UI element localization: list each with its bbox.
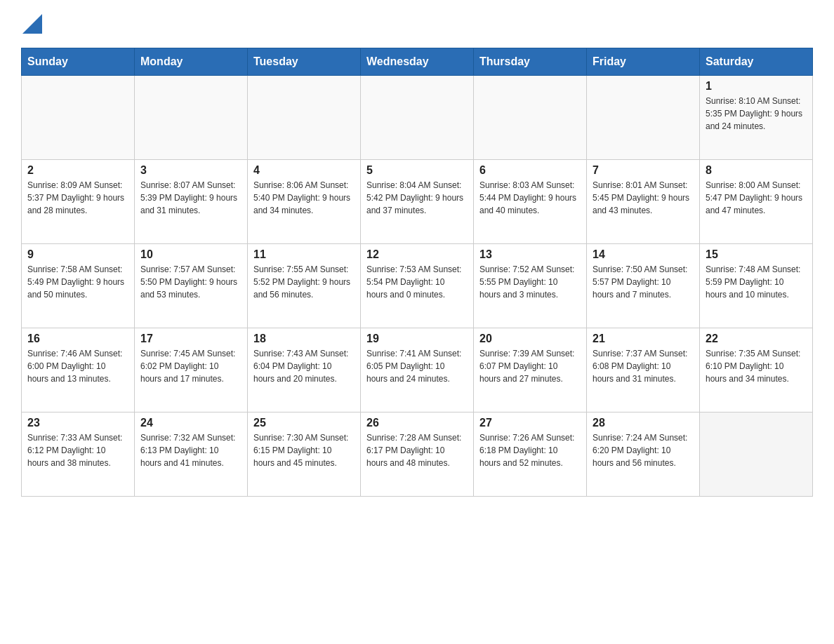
day-info: Sunrise: 8:00 AM Sunset: 5:47 PM Dayligh…: [706, 179, 807, 217]
calendar-day-cell: 28Sunrise: 7:24 AM Sunset: 6:20 PM Dayli…: [587, 412, 700, 497]
day-number: 27: [479, 417, 581, 429]
calendar-table: SundayMondayTuesdayWednesdayThursdayFrid…: [21, 48, 813, 497]
calendar-day-cell: 7Sunrise: 8:01 AM Sunset: 5:45 PM Daylig…: [587, 160, 700, 244]
logo: [21, 14, 46, 34]
calendar-week-row: 9Sunrise: 7:58 AM Sunset: 5:49 PM Daylig…: [22, 244, 813, 328]
calendar-day-cell: 20Sunrise: 7:39 AM Sunset: 6:07 PM Dayli…: [474, 328, 587, 412]
day-number: 3: [140, 164, 241, 177]
calendar-day-cell: [361, 76, 474, 160]
calendar-day-cell: 2Sunrise: 8:09 AM Sunset: 5:37 PM Daylig…: [22, 160, 135, 244]
calendar-day-cell: [474, 76, 587, 160]
calendar-day-cell: [700, 412, 813, 497]
calendar-day-cell: 23Sunrise: 7:33 AM Sunset: 6:12 PM Dayli…: [22, 412, 135, 497]
day-number: 20: [479, 333, 581, 345]
calendar-week-row: 1Sunrise: 8:10 AM Sunset: 5:35 PM Daylig…: [22, 76, 813, 160]
calendar-day-cell: [587, 76, 700, 160]
day-info: Sunrise: 8:09 AM Sunset: 5:37 PM Dayligh…: [27, 179, 128, 217]
calendar-day-cell: 14Sunrise: 7:50 AM Sunset: 5:57 PM Dayli…: [587, 244, 700, 328]
day-info: Sunrise: 8:10 AM Sunset: 5:35 PM Dayligh…: [706, 95, 807, 133]
day-info: Sunrise: 7:37 AM Sunset: 6:08 PM Dayligh…: [593, 347, 694, 385]
day-info: Sunrise: 7:48 AM Sunset: 5:59 PM Dayligh…: [706, 263, 807, 301]
calendar-day-cell: 3Sunrise: 8:07 AM Sunset: 5:39 PM Daylig…: [135, 160, 248, 244]
calendar-week-row: 16Sunrise: 7:46 AM Sunset: 6:00 PM Dayli…: [22, 328, 813, 412]
day-info: Sunrise: 7:58 AM Sunset: 5:49 PM Dayligh…: [27, 263, 128, 301]
calendar-day-cell: [135, 76, 248, 160]
day-of-week-header: Wednesday: [361, 48, 474, 76]
day-number: 9: [27, 248, 128, 261]
calendar-week-row: 2Sunrise: 8:09 AM Sunset: 5:37 PM Daylig…: [22, 160, 813, 244]
day-number: 24: [140, 417, 241, 429]
calendar-day-cell: [248, 76, 361, 160]
calendar-day-cell: 6Sunrise: 8:03 AM Sunset: 5:44 PM Daylig…: [474, 160, 587, 244]
day-number: 25: [253, 417, 355, 429]
calendar-day-cell: 21Sunrise: 7:37 AM Sunset: 6:08 PM Dayli…: [587, 328, 700, 412]
day-number: 11: [253, 248, 355, 261]
calendar-day-cell: 12Sunrise: 7:53 AM Sunset: 5:54 PM Dayli…: [361, 244, 474, 328]
day-info: Sunrise: 7:26 AM Sunset: 6:18 PM Dayligh…: [479, 431, 581, 469]
day-number: 15: [706, 248, 807, 261]
calendar-day-cell: 24Sunrise: 7:32 AM Sunset: 6:13 PM Dayli…: [135, 412, 248, 497]
day-info: Sunrise: 8:06 AM Sunset: 5:40 PM Dayligh…: [253, 179, 355, 217]
day-info: Sunrise: 7:52 AM Sunset: 5:55 PM Dayligh…: [479, 263, 581, 301]
calendar-week-row: 23Sunrise: 7:33 AM Sunset: 6:12 PM Dayli…: [22, 412, 813, 497]
day-of-week-header: Saturday: [700, 48, 813, 76]
day-number: 10: [140, 248, 241, 261]
calendar-day-cell: 18Sunrise: 7:43 AM Sunset: 6:04 PM Dayli…: [248, 328, 361, 412]
day-info: Sunrise: 7:46 AM Sunset: 6:00 PM Dayligh…: [27, 347, 128, 385]
day-info: Sunrise: 7:57 AM Sunset: 5:50 PM Dayligh…: [140, 263, 241, 301]
day-info: Sunrise: 7:35 AM Sunset: 6:10 PM Dayligh…: [706, 347, 807, 385]
svg-marker-0: [22, 14, 42, 34]
day-number: 17: [140, 333, 241, 345]
day-info: Sunrise: 8:03 AM Sunset: 5:44 PM Dayligh…: [479, 179, 581, 217]
day-number: 4: [253, 164, 355, 177]
day-info: Sunrise: 7:33 AM Sunset: 6:12 PM Dayligh…: [27, 431, 128, 469]
calendar-day-cell: 9Sunrise: 7:58 AM Sunset: 5:49 PM Daylig…: [22, 244, 135, 328]
calendar-header-row: SundayMondayTuesdayWednesdayThursdayFrid…: [22, 48, 813, 76]
day-info: Sunrise: 7:50 AM Sunset: 5:57 PM Dayligh…: [593, 263, 694, 301]
day-of-week-header: Friday: [587, 48, 700, 76]
calendar-day-cell: 16Sunrise: 7:46 AM Sunset: 6:00 PM Dayli…: [22, 328, 135, 412]
calendar-day-cell: 17Sunrise: 7:45 AM Sunset: 6:02 PM Dayli…: [135, 328, 248, 412]
day-number: 16: [27, 333, 128, 345]
day-info: Sunrise: 7:32 AM Sunset: 6:13 PM Dayligh…: [140, 431, 241, 469]
day-info: Sunrise: 8:04 AM Sunset: 5:42 PM Dayligh…: [366, 179, 468, 217]
calendar-day-cell: 5Sunrise: 8:04 AM Sunset: 5:42 PM Daylig…: [361, 160, 474, 244]
day-number: 21: [593, 333, 694, 345]
day-number: 2: [27, 164, 128, 177]
logo-triangle-icon: [22, 14, 42, 34]
day-info: Sunrise: 7:53 AM Sunset: 5:54 PM Dayligh…: [366, 263, 468, 301]
day-of-week-header: Sunday: [22, 48, 135, 76]
day-number: 28: [593, 417, 694, 429]
day-number: 8: [706, 164, 807, 177]
day-number: 5: [366, 164, 468, 177]
day-info: Sunrise: 7:43 AM Sunset: 6:04 PM Dayligh…: [253, 347, 355, 385]
day-number: 12: [366, 248, 468, 261]
day-info: Sunrise: 8:01 AM Sunset: 5:45 PM Dayligh…: [593, 179, 694, 217]
calendar-day-cell: 15Sunrise: 7:48 AM Sunset: 5:59 PM Dayli…: [700, 244, 813, 328]
day-number: 1: [706, 80, 807, 93]
day-of-week-header: Tuesday: [248, 48, 361, 76]
day-info: Sunrise: 7:24 AM Sunset: 6:20 PM Dayligh…: [593, 431, 694, 469]
calendar-day-cell: 26Sunrise: 7:28 AM Sunset: 6:17 PM Dayli…: [361, 412, 474, 497]
day-number: 6: [479, 164, 581, 177]
day-number: 7: [593, 164, 694, 177]
day-number: 22: [706, 333, 807, 345]
day-number: 26: [366, 417, 468, 429]
day-info: Sunrise: 7:55 AM Sunset: 5:52 PM Dayligh…: [253, 263, 355, 301]
day-info: Sunrise: 7:28 AM Sunset: 6:17 PM Dayligh…: [366, 431, 468, 469]
calendar-day-cell: 10Sunrise: 7:57 AM Sunset: 5:50 PM Dayli…: [135, 244, 248, 328]
calendar-day-cell: 13Sunrise: 7:52 AM Sunset: 5:55 PM Dayli…: [474, 244, 587, 328]
calendar-day-cell: 19Sunrise: 7:41 AM Sunset: 6:05 PM Dayli…: [361, 328, 474, 412]
calendar-day-cell: 22Sunrise: 7:35 AM Sunset: 6:10 PM Dayli…: [700, 328, 813, 412]
day-info: Sunrise: 8:07 AM Sunset: 5:39 PM Dayligh…: [140, 179, 241, 217]
day-info: Sunrise: 7:41 AM Sunset: 6:05 PM Dayligh…: [366, 347, 468, 385]
day-info: Sunrise: 7:39 AM Sunset: 6:07 PM Dayligh…: [479, 347, 581, 385]
day-number: 14: [593, 248, 694, 261]
calendar-day-cell: 1Sunrise: 8:10 AM Sunset: 5:35 PM Daylig…: [700, 76, 813, 160]
day-number: 18: [253, 333, 355, 345]
page-header: [21, 14, 813, 34]
calendar-day-cell: 25Sunrise: 7:30 AM Sunset: 6:15 PM Dayli…: [248, 412, 361, 497]
calendar-day-cell: 4Sunrise: 8:06 AM Sunset: 5:40 PM Daylig…: [248, 160, 361, 244]
calendar-day-cell: 11Sunrise: 7:55 AM Sunset: 5:52 PM Dayli…: [248, 244, 361, 328]
day-number: 13: [479, 248, 581, 261]
